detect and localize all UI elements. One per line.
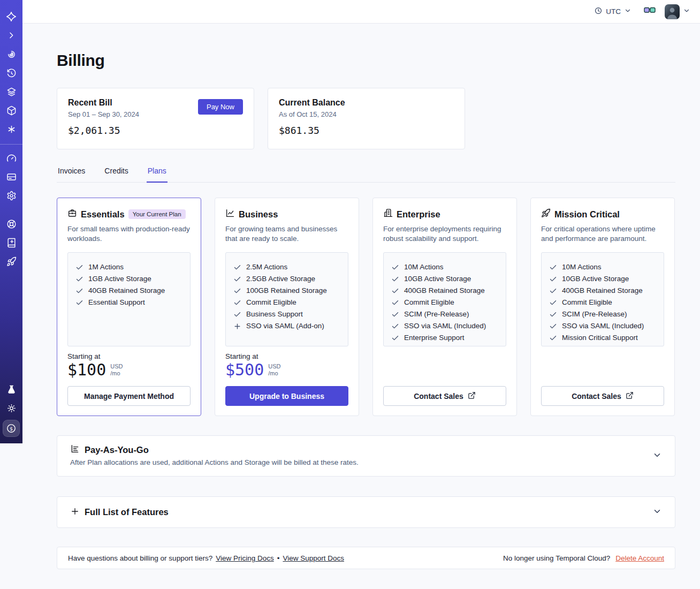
plan-feature-item: Commit Eligible <box>233 297 340 308</box>
timezone-label: UTC <box>606 7 621 16</box>
docs-book-icon[interactable] <box>4 236 18 250</box>
deployments-box-icon[interactable] <box>4 103 18 117</box>
plan-feature-label: 1M Actions <box>88 261 124 273</box>
current-plan-badge: Your Current Plan <box>128 209 186 219</box>
sidebar-nav: $ <box>0 0 22 443</box>
tab-credits[interactable]: Credits <box>103 163 129 183</box>
current-balance-amount: $861.35 <box>279 125 454 136</box>
plan-feature-item: 10GB Active Storage <box>549 273 656 285</box>
plan-feature-item: SSO via SAML (Included) <box>391 320 498 332</box>
view-pricing-docs-link[interactable]: View Pricing Docs <box>216 554 274 562</box>
support-lifebuoy-icon[interactable] <box>4 217 18 231</box>
plan-card-enterprise: Enterprise For enterprise deployments re… <box>372 198 517 416</box>
getting-started-rocket-icon[interactable] <box>4 254 18 268</box>
footer-right-text: No longer using Temporal Cloud? <box>503 554 610 562</box>
plan-feature-label: SSO via SAML (Included) <box>562 320 644 332</box>
upgrade-to-business-button[interactable]: Upgrade to Business <box>225 386 348 406</box>
glasses-icon <box>644 6 656 17</box>
plan-feature-label: Essential Support <box>88 297 145 308</box>
plan-feature-label: SCIM (Pre-Release) <box>404 308 469 320</box>
plan-price: $100 <box>67 361 106 379</box>
plan-feature-item: 1GB Active Storage <box>75 273 182 285</box>
plan-feature-item: 40GB Retained Storage <box>75 285 182 297</box>
check-icon <box>233 263 241 271</box>
clock-icon <box>594 6 603 17</box>
full-feature-list-accordion[interactable]: Full List of Features <box>57 496 675 528</box>
theme-sun-icon[interactable] <box>4 401 18 415</box>
temporal-logo-icon[interactable] <box>4 10 18 24</box>
check-icon <box>391 263 399 271</box>
chevron-down-icon[interactable] <box>652 450 662 462</box>
plan-feature-label: SCIM (Pre-Release) <box>562 308 627 320</box>
svg-text:$: $ <box>10 426 13 432</box>
plan-feature-box: 10M Actions10GB Active Storage400GB Reta… <box>541 252 664 346</box>
plan-name: Business <box>239 209 278 220</box>
contact-sales-button[interactable]: Contact Sales <box>541 386 664 406</box>
labs-flask-icon[interactable] <box>4 382 18 396</box>
billing-tabs: Invoices Credits Plans <box>57 163 675 183</box>
chevron-down-icon[interactable] <box>652 507 662 518</box>
billing-active-icon[interactable]: $ <box>3 420 20 437</box>
plan-feature-item: SCIM (Pre-Release) <box>391 308 498 320</box>
avatar <box>665 4 680 19</box>
recent-bill-amount: $2,061.35 <box>68 125 243 136</box>
plan-feature-label: 40GB Retained Storage <box>88 285 165 297</box>
recent-bill-card: Recent Bill Sep 01 – Sep 30, 2024 $2,061… <box>57 88 254 149</box>
delete-account-link[interactable]: Delete Account <box>615 554 664 562</box>
plan-feature-item: 10M Actions <box>549 261 656 273</box>
plan-feature-label: 10GB Active Storage <box>404 273 471 285</box>
check-icon <box>391 275 399 283</box>
namespaces-icon[interactable] <box>4 47 18 61</box>
rocket-icon <box>541 208 551 220</box>
manage-payment-method-button[interactable]: Manage Payment Method <box>67 386 191 406</box>
contact-sales-button[interactable]: Contact Sales <box>383 386 506 406</box>
nexus-asterisk-icon[interactable] <box>4 122 18 136</box>
layers-icon[interactable] <box>4 85 18 99</box>
check-icon <box>549 334 557 342</box>
check-icon <box>549 311 557 319</box>
check-icon <box>75 287 83 295</box>
plan-name: Enterprise <box>397 209 440 220</box>
contact-sales-label: Contact Sales <box>572 392 621 401</box>
timezone-selector[interactable]: UTC <box>591 4 635 19</box>
plan-feature-label: Enterprise Support <box>404 332 465 344</box>
plan-card-mission-critical: Mission Critical For critical operations… <box>530 198 675 416</box>
check-icon <box>391 311 399 319</box>
sidebar-divider <box>0 144 22 145</box>
feedback-glasses-button[interactable] <box>642 5 657 18</box>
plan-feature-label: 1GB Active Storage <box>88 273 151 285</box>
current-balance-title: Current Balance <box>279 98 454 108</box>
expand-sidebar-icon[interactable] <box>4 28 18 42</box>
plan-feature-label: Commit Eligible <box>404 297 454 308</box>
billing-card-icon[interactable] <box>4 170 18 184</box>
plus-icon <box>70 507 80 518</box>
plan-feature-label: 10M Actions <box>562 261 602 273</box>
plan-feature-label: Commit Eligible <box>562 297 612 308</box>
plan-feature-item: 2.5M Actions <box>233 261 340 273</box>
starting-at-label: Starting at <box>67 352 191 360</box>
line-chart-icon <box>225 208 235 220</box>
plan-feature-item: 100GB Retained Storage <box>233 285 340 297</box>
check-icon <box>391 334 399 342</box>
settings-gear-icon[interactable] <box>4 188 18 202</box>
pay-as-you-go-accordion[interactable]: Pay-As-You-Go After Plan allocations are… <box>57 435 675 477</box>
plan-name: Essentials <box>81 209 125 220</box>
check-icon <box>75 275 83 283</box>
page-title: Billing <box>57 51 675 70</box>
plan-feature-item: Essential Support <box>75 297 182 308</box>
check-icon <box>233 287 241 295</box>
view-support-docs-link[interactable]: View Support Docs <box>283 554 344 562</box>
toolbox-icon <box>67 208 77 220</box>
bullet-separator: • <box>277 554 280 562</box>
plan-currency: USD <box>110 363 123 370</box>
tab-invoices[interactable]: Invoices <box>57 163 86 183</box>
pay-now-button[interactable]: Pay Now <box>198 99 243 115</box>
usage-gauge-icon[interactable] <box>4 151 18 165</box>
main-content: Billing Recent Bill Sep 01 – Sep 30, 202… <box>22 24 700 589</box>
check-icon <box>75 263 83 271</box>
check-icon <box>549 275 557 283</box>
schedules-icon[interactable] <box>4 66 18 80</box>
account-menu[interactable] <box>665 4 690 19</box>
full-feature-list-title: Full List of Features <box>85 507 169 517</box>
tab-plans[interactable]: Plans <box>147 163 168 183</box>
